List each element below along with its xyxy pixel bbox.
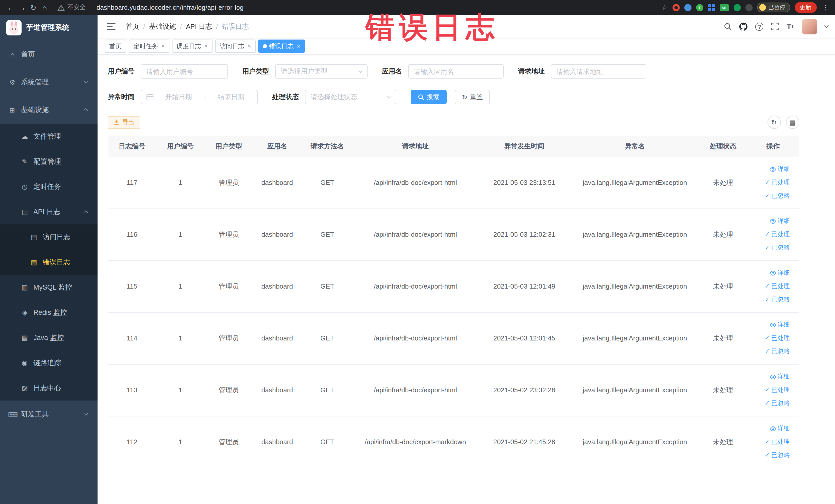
action-ignored[interactable]: ✓ 已忽略: [765, 345, 790, 358]
browser-chrome: ← → ↻ ⌂ 不安全 dashboard.yudao.iocoder.cn/i…: [0, 0, 835, 15]
tab-schedule-log[interactable]: 调度日志 ×: [172, 40, 212, 53]
security-chip[interactable]: 不安全: [58, 3, 86, 12]
sidebar-item-redis-monitor[interactable]: ◈ Redis 监控: [0, 300, 98, 325]
sidebar-item-infra[interactable]: ⊞ 基础设施: [0, 96, 98, 124]
action-processed[interactable]: ✓ 已处理: [765, 228, 790, 241]
check-icon: ✓: [765, 436, 770, 448]
tab-access-log[interactable]: 访问日志 ×: [215, 40, 256, 53]
sidebar-toggle-icon[interactable]: [105, 23, 118, 30]
cell-request-url: /api/infra/db-doc/export-html: [353, 312, 478, 364]
sidebar-item-dev-tools[interactable]: ⌨ 研发工具: [0, 401, 98, 428]
action-detail[interactable]: 详细: [769, 215, 790, 227]
sidebar-item-scheduled-jobs[interactable]: ◷ 定时任务: [0, 174, 98, 199]
cell-exception-time: 2021-05-03 12:02:31: [478, 208, 571, 260]
extension-icon-red[interactable]: [672, 4, 679, 11]
cell-user-id: 1: [156, 157, 205, 208]
fullscreen-icon[interactable]: [771, 23, 779, 30]
avatar-dropdown-icon[interactable]: [824, 24, 829, 28]
user-avatar[interactable]: [802, 19, 817, 34]
reset-button[interactable]: ↻ 重置: [455, 90, 490, 104]
action-processed[interactable]: ✓ 已处理: [765, 332, 790, 345]
exception-time-range-picker[interactable]: 开始日期 - 结束日期: [141, 90, 258, 104]
font-size-icon[interactable]: TT: [787, 22, 794, 31]
request-url-input[interactable]: [551, 64, 646, 79]
tab-home[interactable]: 首页: [105, 40, 126, 53]
action-detail[interactable]: 详细: [769, 266, 790, 279]
cell-actions: 详细 ✓ 已处理 ✓ 已忽略: [747, 260, 799, 312]
sidebar-item-config-manage[interactable]: ✎ 配置管理: [0, 149, 98, 174]
breadcrumb-home[interactable]: 首页: [126, 22, 139, 31]
export-button[interactable]: 导出: [108, 116, 140, 129]
action-ignored[interactable]: ✓ 已忽略: [765, 241, 790, 254]
breadcrumb-error-log: 错误日志: [222, 22, 249, 31]
column-settings-button[interactable]: ▦: [786, 116, 799, 129]
browser-menu-icon[interactable]: ⋮: [821, 4, 830, 11]
action-processed[interactable]: ✓ 已处理: [765, 280, 790, 293]
cell-app-name: dashboard: [253, 157, 302, 208]
breadcrumb-infra[interactable]: 基础设施: [149, 22, 176, 31]
extension-icon-green[interactable]: [733, 4, 740, 11]
security-label: 不安全: [67, 3, 86, 12]
action-detail[interactable]: 详细: [769, 370, 790, 383]
action-ignored[interactable]: ✓ 已忽略: [765, 449, 790, 462]
github-icon[interactable]: [739, 22, 748, 31]
action-detail[interactable]: 详细: [769, 163, 790, 176]
process-status-select[interactable]: 请选择处理状态: [305, 90, 396, 104]
user-type-select[interactable]: 请选择用户类型: [275, 64, 368, 79]
action-ignored[interactable]: ✓ 已忽略: [765, 397, 790, 410]
tab-error-log[interactable]: 错误日志 ×: [258, 40, 305, 53]
app-name-input[interactable]: [408, 64, 504, 79]
sidebar-item-error-log[interactable]: ▤ 错误日志: [0, 249, 98, 275]
cell-method: GET: [301, 416, 353, 468]
refresh-table-button[interactable]: ↻: [767, 116, 780, 129]
cell-request-url: /api/infra/db-doc/export-html: [353, 208, 478, 260]
chevron-up-icon: [84, 210, 88, 215]
app-logo[interactable]: 芋道管理系统: [0, 15, 98, 41]
cell-user-type: 管理员: [205, 260, 253, 312]
sidebar-item-java-monitor[interactable]: ▦ Java 监控: [0, 325, 98, 350]
tab-close-icon[interactable]: ×: [204, 43, 208, 50]
sidebar-item-system[interactable]: ⚙ 系统管理: [0, 68, 98, 96]
sidebar-item-access-log[interactable]: ▤ 访问日志: [0, 224, 98, 249]
search-icon[interactable]: [724, 23, 732, 30]
end-date-placeholder: 结束日期: [210, 93, 252, 102]
browser-update-button[interactable]: 更新: [794, 2, 816, 13]
action-processed[interactable]: ✓ 已处理: [765, 176, 790, 189]
url-text[interactable]: dashboard.yudao.iocoder.cn/infra/log/api…: [97, 4, 244, 11]
home-icon[interactable]: ⌂: [39, 3, 50, 12]
bookmark-star-icon[interactable]: ☆: [662, 4, 668, 11]
reload-icon[interactable]: ↻: [28, 3, 39, 12]
sidebar-item-file-manage[interactable]: ☁ 文件管理: [0, 124, 98, 149]
tab-close-icon[interactable]: ×: [161, 43, 165, 50]
help-icon[interactable]: ?: [755, 22, 763, 31]
action-processed[interactable]: ✓ 已处理: [765, 436, 790, 448]
extension-icon-paw[interactable]: [745, 4, 752, 11]
action-ignored[interactable]: ✓ 已忽略: [765, 293, 790, 306]
calendar-icon: [146, 94, 154, 101]
tab-scheduled-jobs[interactable]: 定时任务 ×: [129, 40, 169, 53]
sidebar-item-mysql-monitor[interactable]: ▥ MySQL 监控: [0, 275, 98, 300]
search-button[interactable]: 搜索: [411, 90, 447, 104]
extension-icon-grid[interactable]: [708, 4, 715, 11]
forward-icon[interactable]: →: [16, 3, 28, 12]
back-icon[interactable]: ←: [5, 3, 16, 12]
action-processed[interactable]: ✓ 已处理: [765, 384, 790, 397]
action-detail[interactable]: 详细: [769, 318, 790, 331]
user-id-input[interactable]: [141, 64, 228, 79]
extension-icon-green-y[interactable]: Y: [696, 4, 703, 11]
action-ignored[interactable]: ✓ 已忽略: [765, 189, 790, 202]
tab-close-icon[interactable]: ×: [247, 43, 251, 50]
cell-process-status: 未处理: [699, 208, 747, 260]
cell-user-id: 1: [156, 208, 205, 260]
tab-close-icon[interactable]: ×: [297, 43, 300, 50]
sidebar-item-home[interactable]: ⌂ 首页: [0, 41, 98, 68]
sidebar-item-api-log[interactable]: ▤ API 日志: [0, 199, 98, 224]
sidebar-item-trace[interactable]: ◉ 链路追踪: [0, 350, 98, 375]
sidebar-item-log-center[interactable]: ▨ 日志中心: [0, 375, 98, 401]
tampermonkey-paused-badge[interactable]: 已暂停: [757, 3, 790, 12]
action-detail[interactable]: 详细: [769, 422, 790, 435]
breadcrumb-api-log[interactable]: API 日志: [186, 22, 212, 31]
extension-icon-on[interactable]: on: [719, 4, 729, 11]
extension-icon-blue[interactable]: [684, 4, 691, 11]
col-actions: 操作: [747, 136, 799, 157]
